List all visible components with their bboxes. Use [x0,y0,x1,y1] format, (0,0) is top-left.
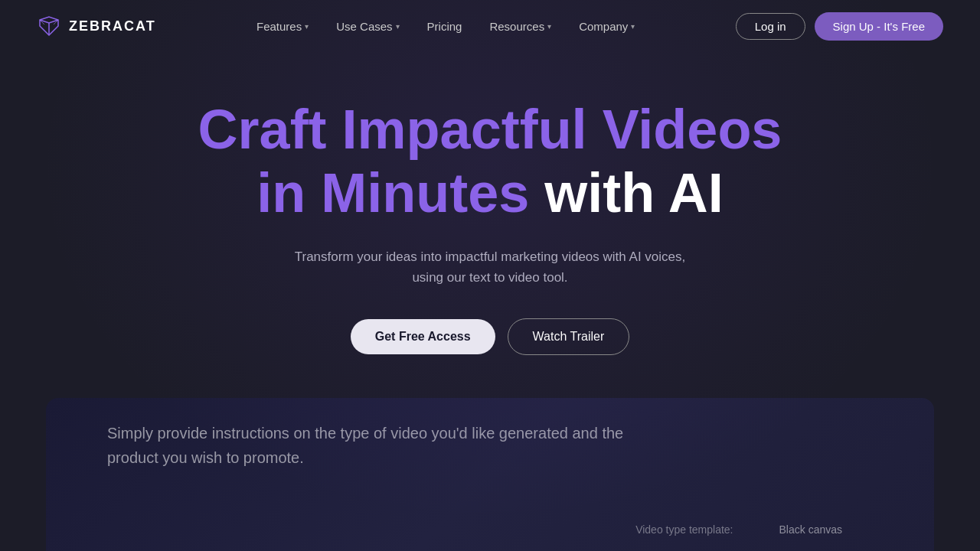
hero-section: Craft Impactful Videos in Minutes with A… [0,52,980,386]
nav-resources[interactable]: Resources ▾ [479,14,562,39]
nav-company[interactable]: Company ▾ [568,14,645,39]
nav-links: Features ▾ Use Cases ▾ Pricing Resources… [246,14,645,39]
chevron-down-icon: ▾ [631,22,635,31]
watch-trailer-button[interactable]: Watch Trailer [508,318,630,355]
logo-icon [37,14,61,38]
logo-text: ZEBRACAT [69,18,156,34]
get-free-access-button[interactable]: Get Free Access [351,319,495,354]
video-bottom-info: Video type template: Black canvas [635,523,842,536]
nav-features[interactable]: Features ▾ [246,14,319,39]
chevron-down-icon: ▾ [547,22,551,31]
nav-pricing[interactable]: Pricing [416,14,473,39]
nav-actions: Log in Sign Up - It's Free [736,12,943,41]
navbar: ZEBRACAT Features ▾ Use Cases ▾ Pricing … [0,0,980,52]
hero-subtitle: Transform your ideas into impactful mark… [295,246,686,288]
video-preview: Simply provide instructions on the type … [46,398,934,551]
login-button[interactable]: Log in [736,13,805,40]
chevron-down-icon: ▾ [305,22,309,31]
signup-button[interactable]: Sign Up - It's Free [815,12,943,41]
video-content-area: Simply provide instructions on the type … [46,398,934,551]
hero-buttons: Get Free Access Watch Trailer [351,318,629,355]
logo[interactable]: ZEBRACAT [37,14,156,38]
hero-title: Craft Impactful Videos in Minutes with A… [198,98,782,225]
nav-use-cases[interactable]: Use Cases ▾ [325,14,410,39]
video-instruction: Simply provide instructions on the type … [107,421,720,470]
chevron-down-icon: ▾ [396,22,400,31]
